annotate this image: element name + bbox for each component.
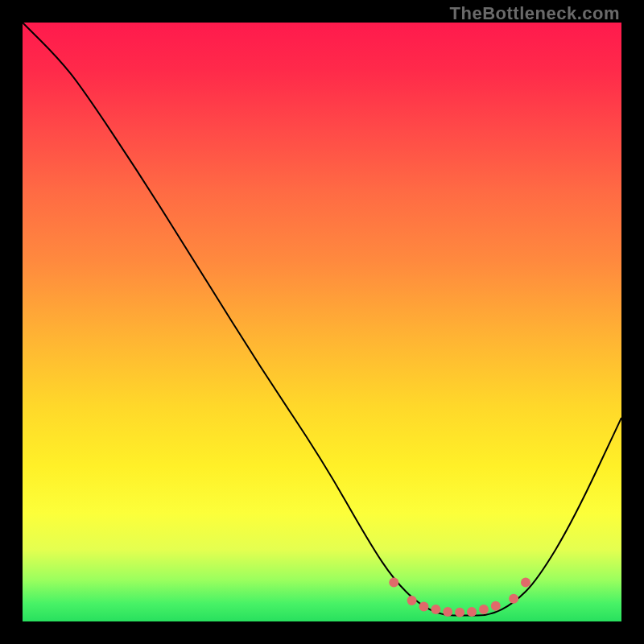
optimal-dot	[389, 578, 398, 588]
bottleneck-curve	[23, 23, 621, 616]
optimal-dot	[491, 601, 501, 611]
bottleneck-curve-svg	[23, 23, 621, 621]
optimal-dot	[467, 607, 477, 617]
watermark-text: TheBottleneck.com	[450, 3, 620, 24]
optimal-dot	[521, 578, 530, 588]
optimal-dot	[419, 601, 429, 611]
chart-frame: TheBottleneck.com	[0, 0, 644, 644]
optimal-dot	[455, 608, 464, 617]
optimal-range-markers	[389, 578, 530, 617]
optimal-dot	[479, 605, 489, 614]
optimal-dot	[509, 594, 518, 604]
chart-plot-area	[23, 23, 621, 621]
optimal-dot	[443, 607, 452, 617]
optimal-dot	[431, 605, 440, 614]
optimal-dot	[407, 596, 417, 605]
